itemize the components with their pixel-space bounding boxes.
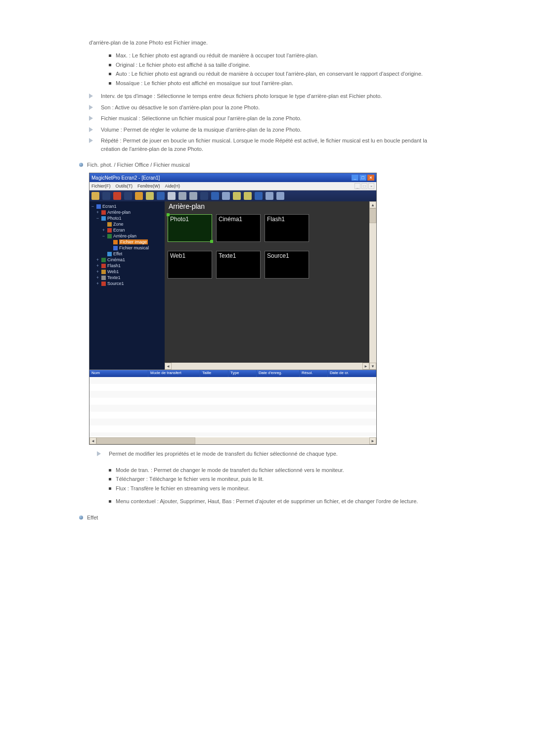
toolbar-icon[interactable] (168, 192, 176, 200)
list-item: Son : Active ou désactive le son d'arriè… (89, 103, 445, 112)
menubar[interactable]: Fichier(F) Outils(T) Fenêtre(W) Aide(H) … (89, 182, 376, 190)
toolbar-icon[interactable] (266, 192, 273, 200)
vertical-scrollbar[interactable]: ▲ ▼ (369, 201, 376, 370)
tree-node-selected[interactable]: Fichier image (119, 239, 148, 244)
grid-header[interactable]: Nom Mode de transfert Taille Type Date d… (89, 370, 376, 377)
item-text: Permet de modifier les propriétés et le … (109, 451, 338, 457)
list-item: Mosaïque : Le fichier photo est affiché … (109, 79, 445, 88)
tree-node[interactable]: Zone (113, 222, 124, 227)
column-header[interactable]: Date de cr. (328, 370, 376, 377)
tree-node[interactable]: Flash1 (107, 263, 121, 268)
item-text: Interv. de tps d'image : Sélectionne le … (101, 93, 382, 99)
horizontal-scrollbar[interactable]: ◄ ► (165, 363, 369, 370)
tree-node[interactable]: Effet (113, 251, 122, 256)
item-text: Fichier musical : Sélectionne un fichier… (101, 115, 302, 121)
dot-icon (79, 516, 83, 520)
subsection-label: Effet (87, 515, 98, 520)
tree-panel[interactable]: −Ecran1 +Arrière-plan −Photo1 Zone +Ecra… (89, 201, 165, 370)
list-item: Mode de tran. : Permet de changer le mod… (109, 466, 445, 474)
toolbar-icon[interactable] (200, 192, 208, 200)
arrow-icon (97, 451, 102, 456)
toolbar-icon[interactable] (255, 192, 263, 200)
toolbar-icon[interactable] (233, 192, 241, 200)
arrow-icon (89, 94, 94, 98)
tree-node[interactable]: Ecran1 (102, 204, 117, 209)
tree-node[interactable]: Arrière-plan (107, 210, 131, 215)
item-text: Son : Active ou désactive le son d'arriè… (101, 104, 260, 110)
tree-node[interactable]: Photo1 (107, 216, 122, 221)
minimize-button[interactable]: _ (352, 175, 358, 181)
scroll-right-icon[interactable]: ► (362, 363, 369, 370)
toolbar-icon[interactable] (146, 192, 154, 200)
tree-node[interactable]: Arrière-plan (113, 234, 136, 238)
svg-marker-1 (89, 105, 93, 110)
close-button[interactable]: × (367, 175, 374, 181)
feature-list-1: Interv. de tps d'image : Sélectionne le … (89, 92, 445, 153)
maximize-button[interactable]: □ (359, 175, 366, 181)
thumbnail[interactable]: Source1 (265, 251, 309, 279)
mdi-minimize-icon[interactable]: _ (355, 183, 360, 189)
scroll-handle[interactable] (96, 437, 195, 444)
menu-item[interactable]: Aide(H) (165, 184, 180, 189)
menu-item[interactable]: Fichier(F) (91, 184, 111, 189)
scroll-up-icon[interactable]: ▲ (369, 201, 376, 208)
column-header[interactable]: Taille (200, 370, 228, 377)
thumbnail-selected[interactable]: Photo1 (168, 214, 212, 242)
toolbar-icon[interactable] (113, 192, 121, 200)
file-grid[interactable]: Nom Mode de transfert Taille Type Date d… (89, 370, 376, 444)
tree-node[interactable]: Ecran (113, 228, 125, 233)
scroll-handle[interactable] (369, 208, 376, 223)
tree-node[interactable]: Web1 (107, 269, 119, 274)
grid-rows[interactable] (89, 377, 376, 436)
thumbnail[interactable]: Web1 (168, 251, 212, 279)
svg-marker-5 (97, 451, 101, 456)
toolbar-icon[interactable] (276, 192, 284, 200)
tree-node[interactable]: Fichier musical (119, 245, 149, 250)
scroll-down-icon[interactable]: ▼ (369, 363, 376, 370)
feature-list-2: Permet de modifier les propriétés et le … (97, 450, 445, 458)
toolbar-icon[interactable] (157, 192, 165, 200)
menu-item[interactable]: Outils(T) (116, 184, 133, 189)
scroll-right-icon[interactable]: ► (369, 437, 376, 444)
toolbar-icon[interactable] (189, 192, 197, 200)
mdi-restore-icon[interactable]: □ (361, 183, 367, 189)
list-item: Télécharger : Télécharge le fichier vers… (109, 475, 445, 483)
column-header[interactable]: Résol. (300, 370, 328, 377)
titlebar[interactable]: MagicNetPro Ecran2 - [Ecran1] _ □ × (89, 173, 376, 182)
scroll-left-icon[interactable]: ◄ (165, 363, 172, 370)
toolbar[interactable] (89, 190, 376, 201)
column-header[interactable]: Type (228, 370, 257, 377)
arrow-icon (89, 127, 94, 132)
thumbnails-area[interactable]: Photo1 Cinéma1 Flash1 Web1 Texte1 Source… (165, 211, 369, 370)
toolbar-icon[interactable] (178, 192, 186, 200)
bg-mode-list: Max. : Le fichier photo est agrandi ou r… (89, 51, 445, 87)
menu-item[interactable]: Fenêtre(W) (137, 184, 160, 189)
subsection-heading: Fich. phot. / Fichier Office / Fichier m… (79, 162, 445, 168)
sub-bullet-list-2b: Menu contextuel : Ajouter, Supprimer, Ha… (89, 497, 445, 506)
toolbar-icon[interactable] (102, 192, 110, 200)
list-item: Permet de modifier les propriétés et le … (97, 450, 445, 458)
toolbar-icon[interactable] (124, 192, 132, 200)
toolbar-icon[interactable] (91, 192, 99, 200)
toolbar-icon[interactable] (244, 192, 252, 200)
column-header[interactable]: Nom (89, 370, 148, 377)
toolbar-icon[interactable] (222, 192, 230, 200)
thumbnail[interactable]: Cinéma1 (216, 214, 261, 242)
sub-bullet-list-2a: Mode de tran. : Permet de changer le mod… (89, 466, 445, 493)
column-header[interactable]: Mode de transfert (148, 370, 200, 377)
toolbar-icon[interactable] (135, 192, 143, 200)
tree-node[interactable]: Cinéma1 (107, 257, 125, 262)
thumbnail[interactable]: Flash1 (265, 214, 309, 242)
subsection-heading: Effet (79, 515, 445, 520)
list-item: Flux : Transfère le fichier en streaming… (109, 484, 445, 493)
tree-node[interactable]: Texte1 (107, 275, 121, 280)
thumbnail[interactable]: Texte1 (216, 251, 261, 279)
mdi-close-icon[interactable]: × (368, 183, 374, 189)
scroll-left-icon[interactable]: ◄ (89, 437, 96, 444)
app-screenshot: MagicNetPro Ecran2 - [Ecran1] _ □ × Fich… (89, 173, 377, 445)
toolbar-icon[interactable] (211, 192, 219, 200)
list-item: Original : Le fichier photo est affiché … (109, 61, 445, 69)
column-header[interactable]: Date d'enreg. (257, 370, 300, 377)
tree-node[interactable]: Source1 (107, 281, 124, 286)
grid-horizontal-scrollbar[interactable]: ◄ ► (89, 437, 376, 444)
